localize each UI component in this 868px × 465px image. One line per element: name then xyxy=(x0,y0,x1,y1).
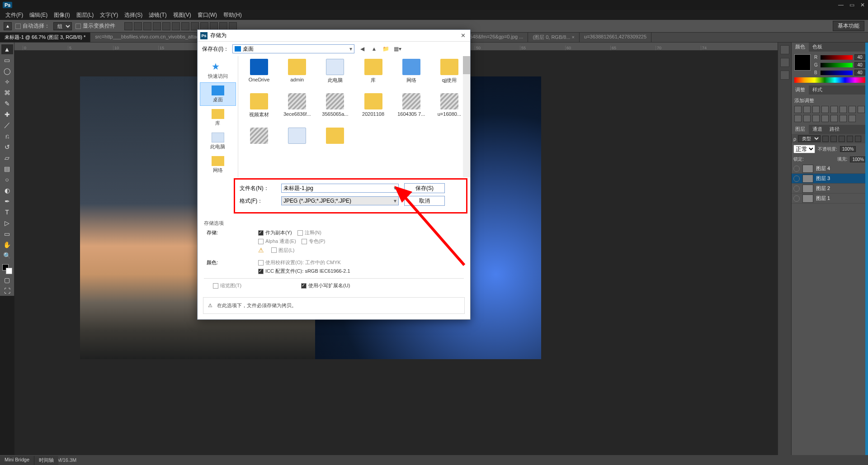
menu-layer[interactable]: 图层(L) xyxy=(74,10,97,20)
file-item[interactable]: admin xyxy=(279,59,315,91)
minimize-icon[interactable]: — xyxy=(835,1,846,9)
file-item[interactable] xyxy=(317,128,353,160)
move-tool-icon[interactable]: ▲ xyxy=(4,22,12,30)
adjust-exposure-icon[interactable] xyxy=(821,106,829,113)
r-value[interactable]: 40 xyxy=(854,54,865,60)
b-slider[interactable] xyxy=(821,71,853,75)
blur-tool-icon[interactable]: ○ xyxy=(1,175,13,185)
dialog-titlebar[interactable]: Ps 存储为 ✕ xyxy=(198,30,470,42)
foreground-swatch[interactable] xyxy=(794,54,811,71)
adjust-curves-icon[interactable] xyxy=(812,106,820,113)
adjust-photofilter-icon[interactable] xyxy=(858,106,865,113)
properties-panel-icon[interactable] xyxy=(780,71,789,80)
menu-file[interactable]: 文件(F) xyxy=(3,10,26,20)
auto-select-checkbox[interactable]: 自动选择： xyxy=(15,22,50,30)
layer-row[interactable]: 图层 4 xyxy=(792,164,868,174)
view-icon[interactable]: ▦▾ xyxy=(393,45,401,53)
brush-tool-icon[interactable]: ／ xyxy=(1,120,13,130)
tab-minibridge[interactable]: Mini Bridge xyxy=(0,456,34,465)
stamp-tool-icon[interactable]: ⎌ xyxy=(1,131,13,141)
file-item[interactable]: 此电脑 xyxy=(317,59,353,91)
gradient-tool-icon[interactable]: ▤ xyxy=(1,164,13,174)
menu-window[interactable]: 窗口(W) xyxy=(195,10,220,20)
fill-value[interactable]: 100% xyxy=(850,157,866,162)
zoom-tool-icon[interactable]: 🔍 xyxy=(1,251,13,261)
blend-mode-select[interactable]: 正常 xyxy=(793,145,815,153)
place-quickaccess[interactable]: ★快速访问 xyxy=(200,59,236,82)
align-icon[interactable] xyxy=(143,22,151,30)
tab-color[interactable]: 颜色 xyxy=(792,43,809,52)
maximize-icon[interactable]: ▭ xyxy=(846,1,857,9)
adjust-posterize-icon[interactable] xyxy=(821,115,829,122)
auto-select-target[interactable]: 组 xyxy=(53,22,72,30)
type-tool-icon[interactable]: T xyxy=(1,207,13,217)
eyedropper-tool-icon[interactable]: ✎ xyxy=(1,99,13,109)
filter-icon[interactable] xyxy=(839,136,845,142)
g-slider[interactable] xyxy=(821,63,853,67)
align-icon[interactable] xyxy=(124,22,132,30)
distribute-icon[interactable] xyxy=(210,22,218,30)
distribute-icon[interactable] xyxy=(229,22,237,30)
history-brush-icon[interactable]: ↺ xyxy=(1,142,13,152)
align-icon[interactable] xyxy=(162,22,170,30)
dialog-close-icon[interactable]: ✕ xyxy=(458,31,467,40)
layer-row[interactable]: 图层 1 xyxy=(792,194,868,204)
visibility-icon[interactable] xyxy=(793,166,800,172)
show-transform-checkbox[interactable]: 显示变换控件 xyxy=(75,22,115,30)
wand-tool-icon[interactable]: ✧ xyxy=(1,77,13,87)
actions-panel-icon[interactable] xyxy=(780,58,789,67)
place-desktop[interactable]: 桌面 xyxy=(200,82,236,106)
file-item[interactable]: 视频素材 xyxy=(241,93,277,126)
adjust-hue-icon[interactable] xyxy=(840,106,847,113)
adjust-bw-icon[interactable] xyxy=(849,106,856,113)
adjust-gradient-icon[interactable] xyxy=(840,115,847,122)
opacity-value[interactable]: 100% xyxy=(840,146,856,152)
quickmask-icon[interactable]: ▢ xyxy=(1,275,13,285)
tab-timeline[interactable]: 时间轴 xyxy=(34,456,58,465)
path-tool-icon[interactable]: ▷ xyxy=(1,218,13,228)
visibility-icon[interactable] xyxy=(793,176,800,182)
workspace-switcher[interactable]: 基本功能 xyxy=(833,21,864,31)
save-button[interactable]: 保存(S) xyxy=(404,183,445,193)
tab-channels[interactable]: 通道 xyxy=(809,125,826,134)
file-item[interactable]: 库 xyxy=(355,59,391,91)
adjust-vibrance-icon[interactable] xyxy=(830,106,838,113)
distribute-icon[interactable] xyxy=(200,22,208,30)
tab-styles[interactable]: 样式 xyxy=(809,85,826,95)
filter-icon[interactable] xyxy=(847,136,853,142)
align-icon[interactable] xyxy=(172,22,180,30)
format-select[interactable]: JPEG (*.JPG;*.JPEG;*.JPE)▾ xyxy=(281,196,399,205)
file-scrollbar[interactable] xyxy=(463,56,470,177)
crop-tool-icon[interactable]: ⌘ xyxy=(1,88,13,98)
back-icon[interactable]: ◀ xyxy=(358,45,366,53)
file-item[interactable]: 网络 xyxy=(393,59,429,91)
r-slider[interactable] xyxy=(821,55,853,60)
tab-swatches[interactable]: 色板 xyxy=(809,43,826,52)
adjust-selective-icon[interactable] xyxy=(849,115,856,122)
hue-strip[interactable] xyxy=(794,77,865,83)
file-grid[interactable]: OneDrive admin 此电脑 库 网络 qjj使用 视频素材 3ece6… xyxy=(238,56,470,177)
adjust-channelmix-icon[interactable] xyxy=(794,115,802,122)
visibility-icon[interactable] xyxy=(793,195,800,202)
visibility-icon[interactable] xyxy=(793,185,800,192)
hand-tool-icon[interactable]: ✋ xyxy=(1,240,13,250)
as-copy-checkbox[interactable]: 作为副本(Y) xyxy=(258,229,292,236)
screenmode-icon[interactable]: ⛶ xyxy=(1,286,13,296)
file-item[interactable]: 3565065a... xyxy=(317,93,353,126)
eraser-tool-icon[interactable]: ▱ xyxy=(1,153,13,163)
file-item[interactable]: 1604305 7... xyxy=(393,93,429,126)
layer-row[interactable]: 图层 3 xyxy=(792,174,868,184)
move-tool-icon[interactable]: ▲ xyxy=(1,44,13,54)
menu-filter[interactable]: 滤镜(T) xyxy=(146,10,169,20)
file-item[interactable]: 3ece6836f... xyxy=(279,93,315,126)
file-item[interactable]: OneDrive xyxy=(241,59,277,91)
file-item[interactable]: qjj使用 xyxy=(431,59,467,91)
g-value[interactable]: 40 xyxy=(854,62,865,68)
adjust-levels-icon[interactable] xyxy=(803,106,811,113)
filter-icon[interactable] xyxy=(830,136,837,142)
menu-type[interactable]: 文字(Y) xyxy=(97,10,121,20)
marquee-tool-icon[interactable]: ▭ xyxy=(1,55,13,65)
cancel-button[interactable]: 取消 xyxy=(404,196,445,206)
menu-view[interactable]: 视图(V) xyxy=(170,10,194,20)
dodge-tool-icon[interactable]: ◐ xyxy=(1,185,13,195)
